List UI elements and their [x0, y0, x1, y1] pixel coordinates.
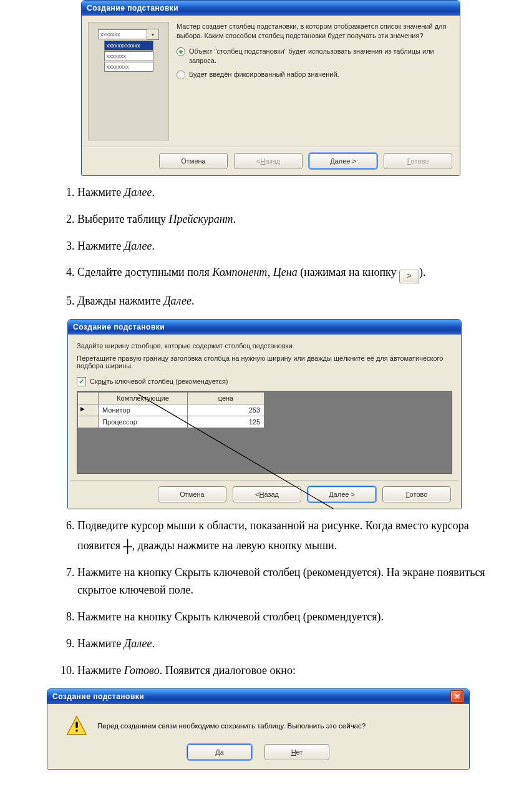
next-button[interactable]: Далее > — [309, 153, 377, 169]
finish-button[interactable]: Готово — [382, 486, 451, 502]
step-8: Нажмите на кнопку Скрыть ключевой столбе… — [77, 608, 509, 626]
dialog2-title: Создание подстановки — [73, 323, 165, 331]
close-button[interactable]: ✕ — [450, 690, 464, 703]
dlg2-text2: Перетащите правую границу заголовка стол… — [77, 355, 452, 369]
hide-key-column-checkbox[interactable]: Скрыть ключевой столбец (рекомендуется) — [77, 377, 452, 386]
dlg2-text1: Задайте ширину столбцов, которые содержи… — [77, 342, 452, 350]
dialog1-title: Создание подстановки — [87, 4, 178, 12]
option-table-query[interactable]: Объект "столбец подстановки" будет испол… — [177, 47, 453, 66]
step-1: Нажмите Далее. — [77, 183, 509, 202]
table-row[interactable]: Процессор 125 — [78, 416, 264, 428]
resize-cursor-icon: ┼ — [124, 536, 132, 556]
next-button[interactable]: Далее > — [308, 486, 376, 502]
step-10: Нажмите Готово. Появится диалоговое окно… — [77, 662, 509, 680]
grid-header-components[interactable]: Комплектующие — [99, 392, 188, 404]
checkbox-checked-icon — [77, 377, 86, 386]
instruction-list-6-10: Подведите курсор мыши к области, показан… — [62, 517, 509, 680]
grid-header-price[interactable]: цена — [188, 392, 264, 404]
step-5: Дважды нажмите Далее. — [77, 292, 509, 310]
lookup-wizard-dialog-1: Создание подстановки xxxxxxx xxxxxxxxxxx… — [81, 0, 460, 176]
table-row[interactable]: Монитор 253 — [78, 404, 264, 416]
step-2: Выберите таблицу Прейскурант. — [77, 210, 509, 228]
cancel-button[interactable]: Отмена — [159, 153, 228, 169]
wizard-intro-text: Мастер создаёт столбец подстановки, в ко… — [177, 22, 453, 41]
save-table-messagebox: Создание подстановки ✕ Перед созданием с… — [47, 688, 470, 770]
step-4: Сделайте доступными поля Компонент, Цена… — [77, 263, 509, 283]
back-button[interactable]: < Назад — [233, 486, 301, 502]
instruction-list-1-5: Нажмите Далее. Выберите таблицу Прейскур… — [62, 183, 509, 310]
finish-button: Готово — [384, 153, 452, 169]
cancel-button[interactable]: Отмена — [158, 486, 226, 502]
yes-button[interactable]: Да — [187, 744, 252, 760]
column-width-grid[interactable]: Комплектующие цена Монитор 253 Процессор… — [77, 391, 452, 474]
lookup-wizard-dialog-2: Создание подстановки Задайте ширину стол… — [67, 319, 462, 509]
wizard-illustration: xxxxxxx xxxxxxxxxxxx xxxxxxx xxxxxxxx — [88, 22, 169, 140]
step-9: Нажмите Далее. — [77, 635, 509, 653]
move-right-button[interactable]: > — [399, 270, 419, 283]
radio-selected-icon — [177, 47, 185, 56]
step-7: Нажмите на кнопку Скрыть ключевой столбе… — [77, 564, 509, 600]
option-fixed-values[interactable]: Будет введён фиксированный набор значени… — [177, 70, 453, 79]
no-button[interactable]: Нет — [264, 744, 329, 760]
msgbox-title: Создание подстановки — [52, 692, 144, 701]
msgbox-titlebar[interactable]: Создание подстановки ✕ — [47, 689, 469, 704]
step-6: Подведите курсор мыши к области, показан… — [77, 517, 509, 555]
warning-icon — [66, 715, 87, 736]
back-button: < Назад — [234, 153, 303, 169]
svg-rect-3 — [75, 730, 77, 731]
msgbox-text: Перед созданием связи необходимо сохрани… — [97, 722, 366, 730]
dialog1-titlebar[interactable]: Создание подстановки — [82, 1, 460, 16]
radio-empty-icon — [177, 71, 185, 79]
step-3: Нажмите Далее. — [77, 237, 509, 255]
dialog2-titlebar[interactable]: Создание подстановки — [68, 320, 461, 335]
svg-rect-2 — [75, 722, 77, 728]
